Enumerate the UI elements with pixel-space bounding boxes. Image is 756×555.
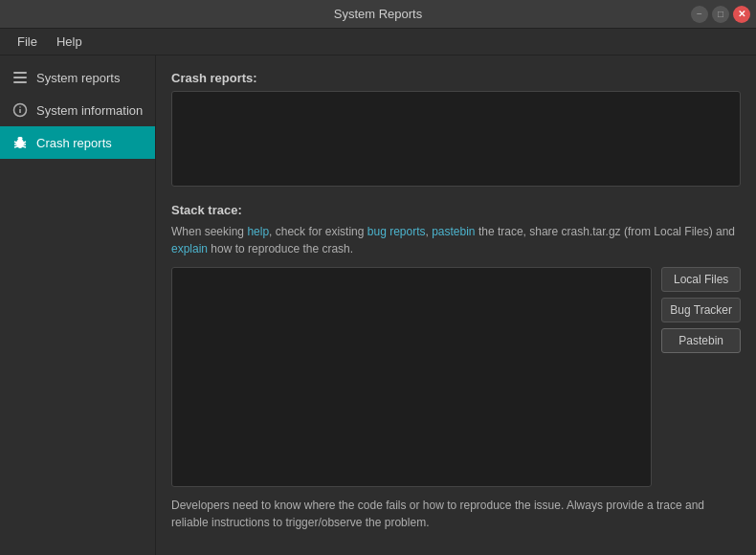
info-icon <box>11 101 29 119</box>
menu-file[interactable]: File <box>8 31 47 53</box>
sidebar: System reports System information <box>0 56 156 555</box>
sidebar-label-system-reports: System reports <box>36 71 120 85</box>
explain-link[interactable]: explain <box>171 242 208 255</box>
menubar: File Help <box>0 29 756 56</box>
bug-reports-link[interactable]: bug reports <box>367 225 426 238</box>
menu-help[interactable]: Help <box>47 31 92 53</box>
sidebar-label-crash-reports: Crash reports <box>36 136 112 150</box>
bug-icon <box>11 134 29 151</box>
help-link[interactable]: help <box>247 225 269 238</box>
svg-rect-0 <box>13 72 27 74</box>
svg-rect-2 <box>13 81 27 83</box>
titlebar: System Reports − □ ✕ <box>0 0 756 29</box>
local-files-button[interactable]: Local Files <box>661 267 741 292</box>
svg-point-5 <box>19 106 21 108</box>
svg-rect-7 <box>18 137 23 140</box>
svg-line-12 <box>14 146 17 147</box>
stack-trace-row: Local Files Bug Tracker Pastebin <box>171 267 741 487</box>
crash-reports-label: Crash reports: <box>171 71 741 85</box>
svg-line-13 <box>23 146 26 147</box>
sidebar-item-system-information[interactable]: System information <box>0 94 155 126</box>
minimize-button[interactable]: − <box>691 6 708 23</box>
pastebin-button[interactable]: Pastebin <box>661 328 741 353</box>
stack-help-text: When seeking help, check for existing bu… <box>171 223 741 257</box>
sidebar-item-system-reports[interactable]: System reports <box>0 61 155 94</box>
svg-rect-1 <box>13 77 27 78</box>
sidebar-item-crash-reports[interactable]: Crash reports <box>0 126 155 159</box>
pastebin-link-text[interactable]: pastebin <box>432 225 475 238</box>
list-icon <box>11 69 29 86</box>
close-button[interactable]: ✕ <box>733 6 750 23</box>
maximize-button[interactable]: □ <box>712 6 729 23</box>
crash-reports-textarea[interactable] <box>171 91 741 187</box>
stack-trace-label: Stack trace: <box>171 203 741 217</box>
bug-tracker-button[interactable]: Bug Tracker <box>661 298 741 322</box>
content-area: Crash reports: Stack trace: When seeking… <box>156 56 756 555</box>
main-layout: System reports System information <box>0 56 756 555</box>
bottom-help-text: Developers need to know where the code f… <box>171 497 741 531</box>
svg-point-6 <box>16 139 24 148</box>
window-controls: − □ ✕ <box>691 6 750 23</box>
stack-trace-textarea[interactable] <box>171 267 652 487</box>
sidebar-label-system-information: System information <box>36 103 143 118</box>
window-title: System Reports <box>334 7 422 21</box>
stack-action-buttons: Local Files Bug Tracker Pastebin <box>661 267 741 353</box>
